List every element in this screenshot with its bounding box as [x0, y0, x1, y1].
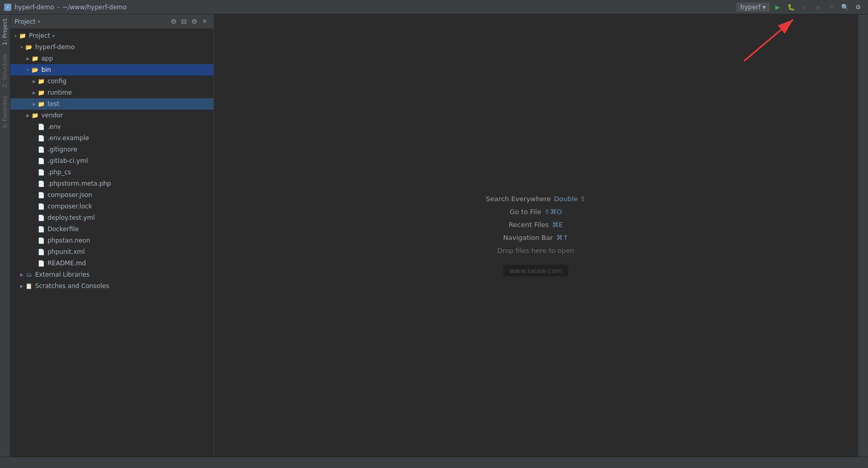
- svg-line-1: [744, 20, 793, 61]
- sidebar-settings-btn[interactable]: ⚙: [169, 17, 178, 26]
- tree-item-composer-lock[interactable]: 📄 composer.lock: [10, 201, 213, 212]
- file-icon-env-example: 📄: [37, 134, 45, 142]
- tree-spacer-deploy-test: [31, 215, 37, 221]
- tree-item-phpcs[interactable]: 📄 .php_cs: [10, 167, 213, 178]
- project-name: hyperf-demo: [14, 4, 54, 11]
- recent-files-row: Recent Files ⌘E: [509, 221, 563, 229]
- tree-item-gitlab-ci[interactable]: 📄 .gitlab-ci.yml: [10, 155, 213, 167]
- file-icon-gitlab: 📄: [37, 157, 45, 165]
- tree-item-env[interactable]: 📄 .env: [10, 121, 213, 132]
- tree-item-runtime[interactable]: ▶ 📁 runtime: [10, 87, 213, 98]
- sidebar-title-arrow[interactable]: ▾: [38, 19, 40, 24]
- navigation-bar-label: Navigation Bar: [503, 234, 553, 241]
- right-tab-bar: [858, 14, 868, 457]
- sidebar-header: Project ▾ ⚙ ⊟ ⚙ ✕: [10, 14, 213, 29]
- tree-label-project: Project: [29, 32, 50, 39]
- tree-item-bin[interactable]: ▾ 📂 bin: [10, 64, 213, 76]
- left-tab-project[interactable]: 1: Project: [1, 14, 9, 50]
- tree-arrow-vendor: ▶: [25, 112, 31, 118]
- run-config-selector[interactable]: hyperf ▾: [736, 3, 770, 12]
- folder-icon-app: 📁: [31, 54, 39, 63]
- tree-label-phpstan: phpstan.neon: [48, 237, 90, 244]
- tree-label-hyperf-demo: hyperf-demo: [35, 43, 75, 51]
- file-icon-phpcs: 📄: [37, 168, 45, 176]
- tree-item-app[interactable]: ▶ 📁 app: [10, 53, 213, 64]
- file-icon-env: 📄: [37, 123, 45, 131]
- tree-label-env-example: .env.example: [48, 134, 89, 142]
- search-everywhere-button[interactable]: 🔍: [839, 2, 850, 13]
- tree-label-phpcs: .php_cs: [48, 169, 71, 176]
- file-icon-phpunit: 📄: [37, 248, 45, 256]
- tree-label-runtime: runtime: [48, 89, 72, 96]
- path-separator: -: [57, 4, 59, 11]
- tree-spacer-readme: [31, 260, 37, 266]
- tree-item-env-example[interactable]: 📄 .env.example: [10, 132, 213, 144]
- sidebar-gear-btn[interactable]: ⚙: [190, 17, 199, 26]
- status-bar: [0, 457, 868, 468]
- tree-item-test[interactable]: ▶ 📁 test: [10, 98, 213, 110]
- recent-files-shortcut: ⌘E: [552, 221, 563, 229]
- tree-label-external-libs: External Libraries: [35, 271, 89, 278]
- build-button[interactable]: ⚒: [826, 2, 837, 13]
- file-icon-readme: 📄: [37, 259, 45, 267]
- sidebar: Project ▾ ⚙ ⊟ ⚙ ✕ ▾ 📁 Project ▾: [10, 14, 214, 457]
- folder-icon-bin: 📂: [31, 66, 39, 74]
- left-tab-favorites[interactable]: 3: Favorites: [1, 92, 9, 133]
- tree-label-test: test: [48, 100, 59, 108]
- tree-item-config[interactable]: ▶ 📁 config: [10, 76, 213, 87]
- search-everywhere-shortcut: Double ⇧: [554, 195, 585, 203]
- tree-item-phpstorm-meta[interactable]: 📄 .phpstorm.meta.php: [10, 178, 213, 189]
- run-button[interactable]: ▶: [772, 2, 783, 13]
- tree-item-composer-json[interactable]: 📄 composer.json: [10, 189, 213, 201]
- tree-item-readme[interactable]: 📄 README.md: [10, 258, 213, 269]
- tree-item-gitignore[interactable]: 📄 .gitignore: [10, 144, 213, 155]
- sidebar-title-text: Project: [14, 18, 36, 25]
- folder-icon-test: 📁: [37, 100, 45, 108]
- folder-icon-runtime: 📁: [37, 88, 45, 97]
- tree-item-deploy-test[interactable]: 📄 deploy.test.yml: [10, 212, 213, 223]
- tree-item-project[interactable]: ▾ 📁 Project ▾: [10, 30, 213, 41]
- drop-files-label: Drop files here to open: [497, 247, 574, 254]
- tree-item-phpstan[interactable]: 📄 phpstan.neon: [10, 235, 213, 246]
- tree-item-scratches[interactable]: ▶ 📋 Scratches and Consoles: [10, 280, 213, 292]
- debug-button[interactable]: 🐛: [785, 2, 797, 13]
- tree-arrow-config: ▶: [31, 78, 37, 84]
- folder-icon-project: 📁: [19, 32, 27, 40]
- left-tab-bar: 1: Project 2: Structure 3: Favorites: [0, 14, 10, 457]
- sidebar-layout-btn[interactable]: ⊟: [179, 17, 189, 26]
- project-path: ~/www/hyperf-demo: [63, 4, 127, 11]
- tree-arrow-test: ▶: [31, 101, 37, 107]
- app-icon: ⚡: [4, 4, 11, 11]
- tree-spacer-gitignore: [31, 146, 37, 153]
- tree-item-vendor[interactable]: ▶ 📁 vendor: [10, 110, 213, 121]
- title-bar: ⚡ hyperf-demo - ~/www/hyperf-demo hyperf…: [0, 0, 868, 14]
- tree-item-external-libs[interactable]: ▶ 🗂 External Libraries: [10, 269, 213, 280]
- tree-label-readme: README.md: [48, 260, 86, 267]
- red-arrow-indicator: [703, 14, 806, 66]
- tree-item-dockerfile[interactable]: 📄 Dockerfile: [10, 223, 213, 235]
- tree-arrow-scratches: ▶: [19, 283, 25, 289]
- tree-spacer-phpstan: [31, 237, 37, 244]
- tree-spacer-env: [31, 124, 37, 130]
- profile-button[interactable]: ◈: [812, 2, 824, 13]
- tree-item-phpunit[interactable]: 📄 phpunit.xml: [10, 246, 213, 258]
- main-content[interactable]: Search Everywhere Double ⇧ Go to File ⇧⌘…: [214, 14, 858, 457]
- tree-spacer-composer-lock: [31, 203, 37, 209]
- file-icon-deploy-test: 📄: [37, 214, 45, 222]
- drop-files-row: Drop files here to open: [497, 247, 574, 254]
- tree-spacer-phpcs: [31, 169, 37, 175]
- coverage-button[interactable]: ≡: [799, 2, 810, 13]
- left-tab-structure[interactable]: 2: Structure: [1, 50, 9, 92]
- tree-label-env: .env: [48, 123, 61, 130]
- file-tree[interactable]: ▾ 📁 Project ▾ ▾ 📂 hyperf-demo ▶ 📁 app: [10, 29, 213, 457]
- tree-arrow-runtime: ▶: [31, 89, 37, 96]
- tree-item-hyperf-demo[interactable]: ▾ 📂 hyperf-demo: [10, 41, 213, 53]
- settings-button[interactable]: ⚙: [853, 2, 864, 13]
- tree-label-deploy-test: deploy.test.yml: [48, 214, 95, 221]
- external-libs-icon: 🗂: [25, 270, 33, 279]
- navigation-bar-shortcut: ⌘↑: [556, 234, 568, 241]
- tree-spacer-dockerfile: [31, 226, 37, 232]
- title-bar-left: ⚡ hyperf-demo - ~/www/hyperf-demo: [4, 4, 127, 11]
- tree-label-phpstorm-meta: .phpstorm.meta.php: [48, 180, 111, 187]
- sidebar-close-btn[interactable]: ✕: [200, 17, 209, 26]
